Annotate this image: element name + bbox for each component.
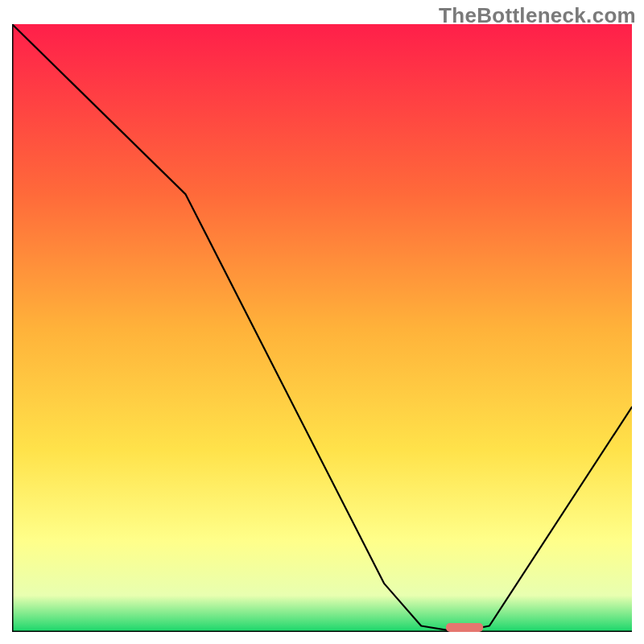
chart-stage: TheBottleneck.com (0, 0, 644, 644)
bottleneck-chart (12, 24, 632, 632)
optimal-marker (446, 623, 483, 632)
plot-area (12, 24, 632, 632)
